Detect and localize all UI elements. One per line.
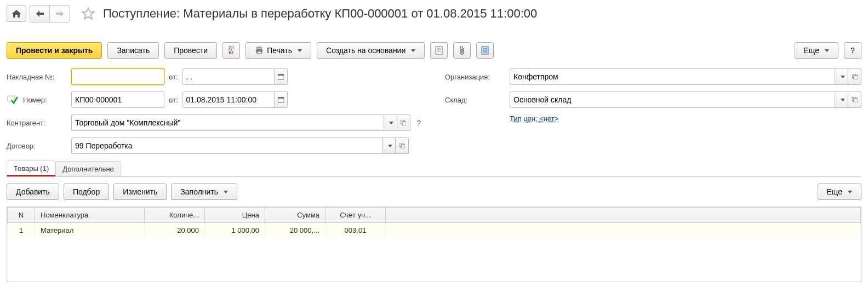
warehouse-input[interactable] [510, 91, 835, 108]
col-item[interactable]: Номенклатура [35, 208, 145, 223]
page-title: Поступление: Материалы в переработку КП0… [103, 7, 537, 21]
tab-goods[interactable]: Товары (1) [7, 161, 56, 176]
col-n[interactable]: N [8, 208, 35, 223]
col-spacer [386, 208, 861, 223]
list-icon [481, 46, 489, 55]
chevron-down-icon [411, 49, 415, 52]
counterparty-choose-button[interactable] [384, 114, 397, 131]
chevron-down-icon [848, 191, 852, 193]
contract-input[interactable] [71, 137, 382, 154]
warehouse-open-button[interactable] [848, 91, 861, 108]
organization-choose-button[interactable] [835, 68, 848, 85]
edit-row-button[interactable]: Изменить [113, 184, 167, 200]
goods-table: N Номенклатура Количе... Цена Сумма Счет… [7, 207, 861, 282]
add-row-button[interactable]: Добавить [7, 184, 59, 200]
number-date-input[interactable] [182, 91, 275, 108]
create-based-on-button[interactable]: Создать на основании [317, 42, 425, 59]
organization-label: Организация: [445, 73, 505, 81]
cell-price: 1 000,00 [205, 223, 265, 238]
chevron-down-icon [298, 49, 302, 52]
table-row[interactable]: 1 Материал 20,000 1 000,00 20 000,... 00… [8, 223, 861, 238]
table-empty-area[interactable] [8, 238, 861, 282]
open-icon [852, 74, 858, 79]
print-button[interactable]: Печать [245, 42, 311, 59]
cell-n: 1 [8, 223, 35, 238]
main-toolbar: Провести и закрыть Записать Провести ДтК… [7, 42, 861, 59]
printer-icon [255, 47, 264, 54]
invoice-number-label: Накладная №: [7, 73, 67, 81]
post-button[interactable]: Провести [164, 42, 217, 59]
chevron-down-icon [825, 49, 829, 52]
chevron-down-icon [841, 99, 845, 101]
cell-sum: 20 000,... [265, 223, 326, 238]
structure-button[interactable] [430, 42, 448, 59]
invoice-number-input[interactable] [71, 68, 164, 85]
organization-open-button[interactable] [848, 68, 861, 85]
svg-rect-2 [257, 51, 261, 54]
select-row-button[interactable]: Подбор [64, 184, 109, 200]
fill-button[interactable]: Заполнить [171, 184, 237, 200]
form-area: Накладная №: от: Номер: от: [7, 68, 861, 154]
save-button[interactable]: Записать [107, 42, 159, 59]
debit-credit-icon: ДтКт [229, 45, 234, 55]
warehouse-choose-button[interactable] [835, 91, 848, 108]
chevron-down-icon [224, 191, 228, 193]
tab-additional[interactable]: Дополнительно [55, 161, 121, 176]
contract-open-button[interactable] [396, 137, 409, 154]
open-icon [399, 143, 405, 148]
number-label: Номер: [23, 96, 67, 104]
col-qty[interactable]: Количе... [145, 208, 205, 223]
svg-rect-23 [854, 99, 858, 102]
invoice-date-input[interactable] [182, 68, 275, 85]
svg-rect-19 [401, 145, 405, 148]
counterparty-open-button[interactable] [397, 114, 410, 131]
report-button[interactable] [476, 42, 494, 59]
more-button[interactable]: Еще [795, 42, 839, 59]
favorite-button[interactable] [78, 4, 96, 23]
svg-rect-15 [278, 97, 284, 99]
chevron-down-icon [388, 145, 392, 147]
svg-rect-12 [278, 74, 284, 76]
calendar-icon [278, 96, 284, 103]
help-button[interactable]: ? [844, 42, 861, 59]
table-header-row: N Номенклатура Количе... Цена Сумма Счет… [8, 208, 861, 223]
cell-item: Материал [35, 223, 145, 238]
home-button[interactable] [7, 5, 26, 22]
svg-rect-21 [854, 76, 858, 79]
organization-input[interactable] [510, 68, 835, 85]
number-date-picker-button[interactable] [275, 91, 288, 108]
form-right-column: Организация: Склад: Тип цен: <нет> [445, 68, 861, 154]
number-input[interactable] [71, 91, 164, 108]
forward-button[interactable] [50, 5, 70, 22]
star-icon [81, 7, 95, 21]
attachments-button[interactable] [453, 42, 471, 59]
table-more-button[interactable]: Еще [818, 184, 862, 200]
svg-rect-1 [257, 47, 261, 49]
counterparty-label: Контрагент: [7, 119, 67, 127]
warehouse-label: Склад: [445, 96, 505, 104]
form-left-column: Накладная №: от: Номер: от: [7, 68, 423, 154]
chevron-down-icon [841, 76, 845, 78]
counterparty-input[interactable] [71, 114, 384, 131]
arrow-right-icon [56, 10, 64, 17]
cell-qty: 20,000 [145, 223, 205, 238]
number-from-label: от: [169, 96, 178, 104]
col-account[interactable]: Счет уч... [326, 208, 386, 223]
table-toolbar: Добавить Подбор Изменить Заполнить Еще [7, 177, 861, 207]
svg-rect-17 [402, 122, 406, 125]
counterparty-help-link[interactable]: ? [415, 119, 423, 127]
invoice-date-picker-button[interactable] [275, 68, 288, 85]
document-icon [435, 46, 443, 55]
posted-icon [7, 95, 19, 105]
svg-rect-3 [436, 47, 442, 54]
col-price[interactable]: Цена [205, 208, 265, 223]
cell-account: 003.01 [326, 223, 386, 238]
post-and-close-button[interactable]: Провести и закрыть [7, 42, 102, 59]
dt-kt-button[interactable]: ДтКт [222, 42, 240, 59]
contract-choose-button[interactable] [382, 137, 396, 154]
price-type-link[interactable]: Тип цен: <нет> [510, 114, 558, 123]
paperclip-icon [459, 46, 465, 55]
chevron-down-icon [389, 122, 393, 124]
back-button[interactable] [30, 5, 50, 22]
col-sum[interactable]: Сумма [265, 208, 326, 223]
